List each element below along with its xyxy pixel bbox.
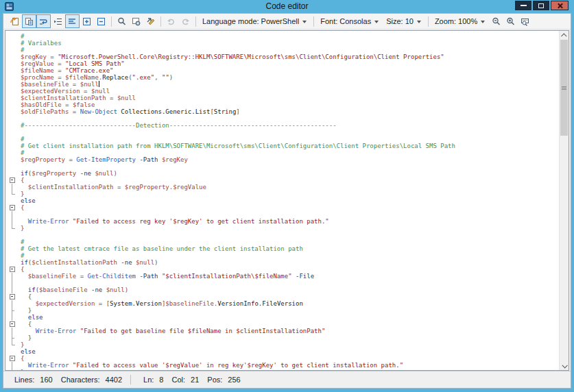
check-syntax-button[interactable] bbox=[143, 14, 158, 28]
vertical-scrollbar[interactable] bbox=[559, 31, 569, 370]
expand-regions-icon bbox=[82, 16, 92, 27]
window-title: Code editor bbox=[0, 1, 574, 11]
dropdown-arrow-icon[interactable] bbox=[417, 21, 421, 23]
code-line: if($regProperty -ne $null) bbox=[5, 170, 559, 177]
fold-marker-icon bbox=[5, 225, 21, 232]
code-line bbox=[5, 211, 559, 218]
gutter bbox=[5, 47, 21, 53]
code-line bbox=[5, 232, 559, 238]
zoom-out-icon bbox=[491, 16, 501, 27]
indent-icon bbox=[53, 16, 63, 27]
scroll-up-button[interactable] bbox=[560, 31, 569, 40]
code-line: $regProperty = Get-ItemProperty -Path $r… bbox=[5, 156, 559, 163]
gutter bbox=[5, 238, 21, 245]
fold-marker-icon[interactable] bbox=[5, 293, 21, 300]
code-line: # bbox=[5, 33, 559, 40]
zoom-label: Zoom: bbox=[435, 17, 456, 25]
lines-value: 160 bbox=[40, 376, 52, 384]
scroll-down-button[interactable] bbox=[560, 361, 569, 370]
show-details-button[interactable] bbox=[22, 14, 36, 28]
gutter bbox=[5, 149, 21, 156]
gutter bbox=[5, 136, 21, 143]
code-lines[interactable]: ## Varialbes#$regKey = "Microsoft.PowerS… bbox=[5, 31, 559, 370]
gutter bbox=[5, 53, 21, 60]
code-line: else bbox=[5, 348, 559, 355]
chevron-down-icon bbox=[562, 363, 567, 368]
code-line: { bbox=[5, 293, 559, 300]
undo-icon bbox=[166, 16, 176, 27]
chevron-up-icon bbox=[561, 33, 566, 38]
code-line: # bbox=[5, 252, 559, 259]
code-line: $oldFilePaths = New-Object Collections.G… bbox=[5, 108, 559, 115]
code-editor[interactable]: ## Varialbes#$regKey = "Microsoft.PowerS… bbox=[5, 30, 569, 371]
line-select-button[interactable] bbox=[65, 14, 80, 28]
word-wrap-button[interactable] bbox=[36, 14, 51, 28]
close-icon bbox=[557, 3, 563, 9]
code-line: } bbox=[5, 191, 559, 197]
code-line: } bbox=[5, 341, 559, 348]
undo-button[interactable] bbox=[164, 14, 178, 28]
line-select-icon bbox=[67, 16, 77, 27]
gutter bbox=[5, 156, 21, 163]
code-line: $expectedVersion = [System.Version]$base… bbox=[5, 300, 559, 307]
fold-marker-icon bbox=[5, 314, 21, 321]
characters-label: Characters: bbox=[61, 376, 100, 384]
zoom-out-button[interactable] bbox=[489, 14, 503, 28]
scrollbar-track[interactable] bbox=[560, 40, 569, 361]
zoom-reset-button[interactable] bbox=[518, 14, 532, 28]
code-line: $clientInstallationPath = $regProperty.$… bbox=[5, 184, 559, 191]
indent-button[interactable] bbox=[51, 14, 65, 28]
minimize-button[interactable] bbox=[515, 1, 531, 10]
zoom-value[interactable]: 100% bbox=[458, 17, 477, 25]
expand-regions-button[interactable] bbox=[80, 14, 94, 28]
maximize-icon bbox=[538, 3, 544, 8]
close-button[interactable] bbox=[551, 1, 569, 10]
gutter bbox=[5, 67, 21, 74]
redo-icon bbox=[180, 16, 191, 27]
code-line: { bbox=[5, 177, 559, 184]
code-line: $regKey = "Microsoft.PowerShell.Core\Reg… bbox=[5, 53, 559, 60]
fold-marker-icon bbox=[5, 191, 21, 197]
gutter bbox=[5, 163, 21, 170]
dropdown-arrow-icon[interactable] bbox=[374, 21, 379, 23]
gutter bbox=[5, 115, 21, 122]
font-value[interactable]: Consolas bbox=[339, 17, 371, 25]
size-label: Size: bbox=[386, 17, 403, 25]
gutter bbox=[5, 88, 21, 95]
code-line: } bbox=[5, 307, 559, 314]
find-button[interactable] bbox=[115, 14, 129, 28]
code-line: Write-Error "Failed to access reg key '$… bbox=[5, 218, 559, 225]
zoom-in-button[interactable] bbox=[503, 14, 518, 28]
scrollbar-thumb[interactable] bbox=[560, 40, 568, 136]
code-line: $fileName = "CMTrace.exe" bbox=[5, 67, 559, 74]
code-line: else bbox=[5, 197, 559, 204]
redo-button[interactable] bbox=[178, 14, 193, 28]
scrollbar-grip-icon bbox=[562, 86, 566, 87]
script-settings-button[interactable] bbox=[129, 14, 143, 28]
fold-marker-icon bbox=[5, 273, 21, 280]
toolbar-separator bbox=[428, 16, 429, 27]
collapse-regions-button[interactable] bbox=[94, 14, 108, 28]
code-line bbox=[5, 163, 559, 170]
gutter bbox=[5, 81, 21, 88]
size-value[interactable]: 10 bbox=[405, 17, 414, 25]
fold-marker-icon[interactable] bbox=[5, 321, 21, 328]
code-line: $baselineFile = $null bbox=[5, 81, 559, 88]
fold-marker-icon[interactable] bbox=[5, 204, 21, 211]
code-line: # Get the latest cmtrace file as baselin… bbox=[5, 245, 559, 252]
open-script-button[interactable] bbox=[8, 14, 22, 28]
gutter bbox=[5, 101, 21, 108]
open-script-icon bbox=[10, 16, 20, 27]
fold-marker-icon[interactable] bbox=[5, 355, 21, 362]
code-line: $clientInstallationPath = $null bbox=[5, 95, 559, 101]
show-details-icon bbox=[24, 16, 34, 27]
code-line: { bbox=[5, 266, 559, 273]
maximize-button[interactable] bbox=[533, 1, 549, 10]
language-mode-value[interactable]: PowerShell bbox=[261, 17, 300, 25]
code-editor-window: Code editor bbox=[0, 0, 574, 392]
dropdown-arrow-icon[interactable] bbox=[481, 21, 485, 23]
fold-marker-icon[interactable] bbox=[5, 266, 21, 273]
fold-marker-icon[interactable] bbox=[5, 177, 21, 184]
window-controls bbox=[515, 1, 569, 10]
dropdown-arrow-icon[interactable] bbox=[302, 21, 307, 23]
